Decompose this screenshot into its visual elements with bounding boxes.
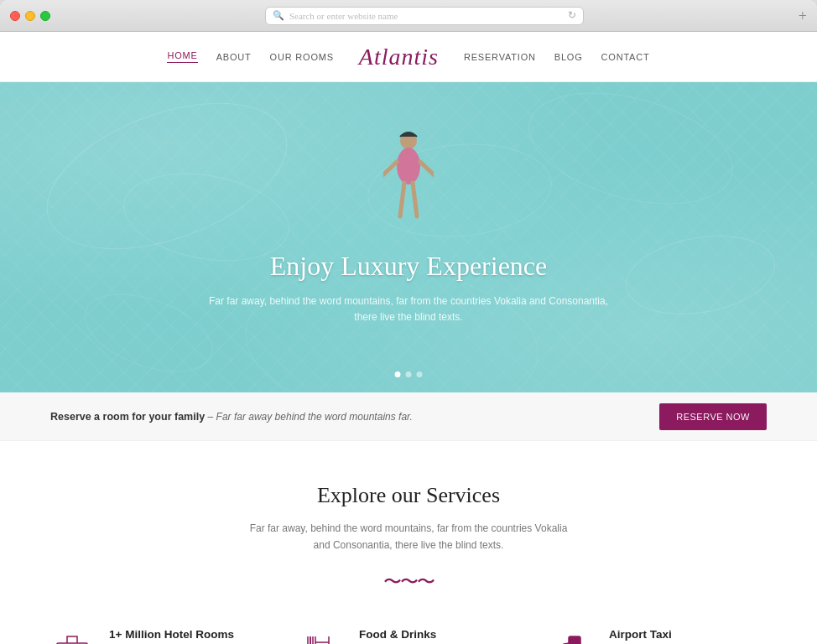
services-title: Explore our Services — [50, 483, 767, 508]
service-content-hotel: 1+ Million Hotel Rooms Far far away, beh… — [109, 628, 267, 644]
new-tab-button[interactable]: + — [799, 8, 807, 23]
hero-subtitle: Far far away, behind the word mountains,… — [199, 293, 618, 325]
service-item-food: Food & Drinks Far far away, behind the w… — [300, 628, 517, 644]
hotel-rooms-icon — [50, 628, 94, 644]
refresh-icon[interactable]: ↻ — [568, 9, 576, 22]
browser-titlebar: 🔍 Search or enter website name ↻ + — [0, 0, 817, 32]
address-bar[interactable]: 🔍 Search or enter website name ↻ — [265, 7, 584, 25]
nav-reservation[interactable]: RESERVATION — [464, 52, 536, 62]
svg-text:P: P — [571, 639, 575, 644]
minimize-button[interactable] — [25, 11, 35, 21]
reserve-now-button[interactable]: Reserve now — [659, 403, 767, 430]
service-content-food: Food & Drinks Far far away, behind the w… — [359, 628, 517, 644]
maximize-button[interactable] — [40, 11, 50, 21]
reserve-banner: Reserve a room for your family – Far far… — [0, 392, 817, 441]
nav-contact[interactable]: CONTACT — [601, 52, 650, 62]
hero-dot-1[interactable] — [395, 371, 401, 377]
nav-our-rooms[interactable]: OUR ROOMS — [270, 52, 334, 62]
nav-links-right: RESERVATION BLOG CONTACT — [464, 52, 650, 62]
hero-section: Enjoy Luxury Experience Far far away, be… — [0, 82, 817, 392]
services-grid: 1+ Million Hotel Rooms Far far away, beh… — [50, 628, 767, 644]
hero-pagination — [395, 371, 423, 377]
service-title-taxi: Airport Taxi — [609, 628, 767, 641]
service-item-taxi: P Airport Taxi Far far away, behind the … — [550, 628, 767, 644]
svg-line-3 — [420, 162, 434, 179]
reserve-banner-text: Reserve a room for your family – Far far… — [50, 411, 413, 423]
search-icon: 🔍 — [273, 10, 284, 21]
svg-point-1 — [397, 148, 420, 184]
section-divider: 〜〜〜 — [50, 569, 767, 595]
address-bar-area: 🔍 Search or enter website name ↻ — [57, 7, 792, 25]
hero-content: Enjoy Luxury Experience Far far away, be… — [199, 251, 618, 325]
brand-logo[interactable]: Atlantis — [359, 44, 439, 70]
wave-icon: 〜〜〜 — [383, 571, 434, 592]
services-section: Explore our Services Far far away, behin… — [0, 441, 817, 644]
browser-window: 🔍 Search or enter website name ↻ + HOME … — [0, 0, 817, 644]
service-title-food: Food & Drinks — [359, 628, 517, 641]
food-drinks-icon — [300, 628, 344, 644]
nav-home[interactable]: HOME — [167, 50, 197, 63]
airport-taxi-icon: P — [550, 628, 594, 644]
hero-dot-2[interactable] — [406, 371, 412, 377]
close-button[interactable] — [10, 11, 20, 21]
navbar: HOME ABOUT OUR ROOMS Atlantis RESERVATIO… — [0, 32, 817, 82]
svg-line-5 — [413, 183, 417, 216]
nav-about[interactable]: ABOUT — [216, 52, 252, 62]
nav-links-left: HOME ABOUT OUR ROOMS — [167, 50, 333, 63]
services-subtitle: Far far away, behind the word mountains,… — [249, 520, 568, 554]
nav-blog[interactable]: BLOG — [554, 52, 583, 62]
website-content: HOME ABOUT OUR ROOMS Atlantis RESERVATIO… — [0, 32, 817, 644]
hero-background — [0, 82, 817, 392]
hero-person-illustration — [383, 124, 434, 258]
hero-title: Enjoy Luxury Experience — [199, 251, 618, 282]
service-content-taxi: Airport Taxi Far far away, behind the wo… — [609, 628, 767, 644]
traffic-lights — [10, 11, 50, 21]
hero-dot-3[interactable] — [417, 371, 423, 377]
address-text: Search or enter website name — [289, 11, 398, 21]
service-title-hotel: 1+ Million Hotel Rooms — [109, 628, 267, 641]
svg-line-4 — [400, 183, 404, 216]
svg-line-2 — [383, 162, 397, 179]
service-item-hotel: 1+ Million Hotel Rooms Far far away, beh… — [50, 628, 267, 644]
